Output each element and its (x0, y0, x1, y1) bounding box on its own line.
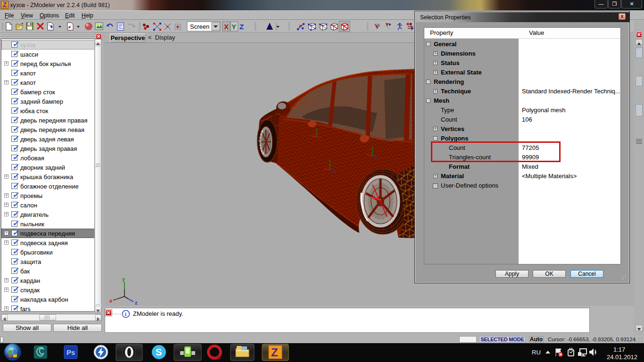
svg-text:X: X (224, 23, 229, 31)
svg-text:Z: Z (239, 23, 244, 31)
svg-text:24.01.2012: 24.01.2012 (607, 354, 637, 361)
svg-text:Screen: Screen (190, 23, 209, 30)
svg-text:i: i (125, 311, 126, 317)
svg-text:Ps: Ps (66, 348, 75, 356)
svg-text:RU: RU (532, 349, 541, 356)
svg-text:y: y (122, 276, 125, 282)
svg-text:Z: Z (271, 346, 278, 359)
svg-text:Y: Y (231, 23, 236, 31)
svg-text:S: S (156, 347, 162, 357)
svg-text:z: z (135, 300, 138, 305)
svg-text:x: x (109, 298, 113, 304)
svg-text:1:17: 1:17 (613, 346, 625, 353)
